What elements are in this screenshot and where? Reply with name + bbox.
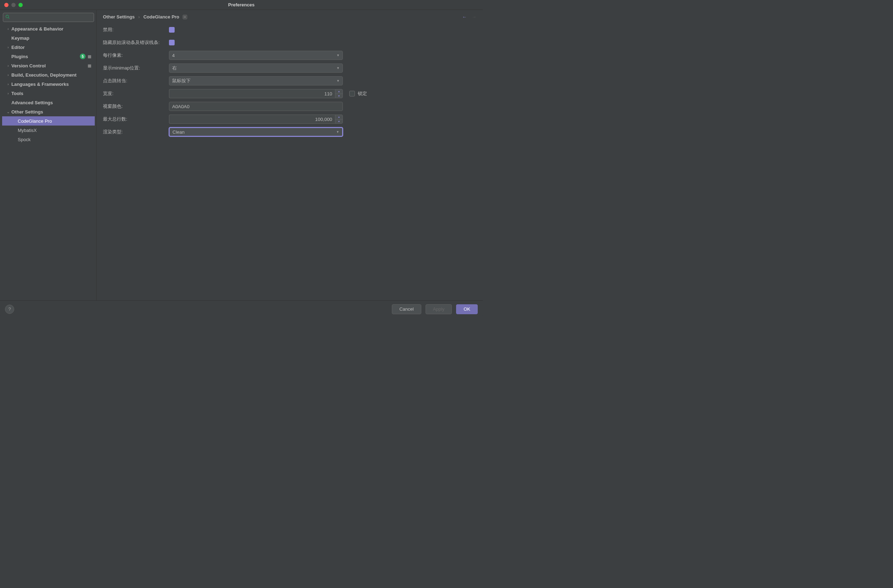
nav-arrows: ← →: [462, 14, 476, 20]
sidebar-item-appearance[interactable]: ›Appearance & Behavior: [2, 24, 95, 33]
sidebar-item-editor[interactable]: ›Editor: [2, 42, 95, 52]
pixels-per-line-label: 每行像素:: [103, 52, 169, 58]
minimap-position-label: 显示minimap位置:: [103, 65, 169, 71]
render-type-label: 渲染类型:: [103, 129, 169, 135]
width-step-up[interactable]: ▲: [335, 89, 343, 94]
lock-checkbox[interactable]: [349, 91, 355, 96]
max-lines-label: 最大总行数:: [103, 116, 169, 122]
window-controls: [0, 3, 23, 7]
titlebar: Preferences: [0, 0, 483, 10]
minimap-position-select[interactable]: 右 ▼: [169, 63, 343, 73]
breadcrumb-current: CodeGlance Pro: [143, 14, 179, 20]
sidebar-item-advanced[interactable]: Advanced Settings: [2, 98, 95, 107]
sidebar-item-tools[interactable]: ›Tools: [2, 88, 95, 98]
chevron-down-icon: ▼: [337, 66, 340, 70]
row-pixels-per-line: 每行像素: 4 ▼: [103, 51, 476, 60]
row-disable: 禁用:: [103, 25, 476, 34]
row-viewport-color: 视窗颜色:: [103, 102, 476, 111]
sidebar-item-codeglance-pro[interactable]: CodeGlance Pro: [2, 116, 95, 126]
disable-checkbox[interactable]: [169, 27, 174, 33]
row-hide-scrollbar: 隐藏原始滚动条及错误线条:: [103, 38, 476, 47]
chevron-down-icon: ▼: [336, 130, 339, 134]
cancel-button[interactable]: Cancel: [392, 304, 421, 314]
chevron-right-icon: ›: [6, 73, 11, 77]
settings-tree: ›Appearance & Behavior Keymap ›Editor Pl…: [2, 24, 95, 297]
chevron-down-icon: ▼: [337, 54, 340, 57]
plugin-update-badge: 5: [80, 54, 86, 59]
max-lines-input[interactable]: [169, 114, 335, 124]
disable-label: 禁用:: [103, 27, 169, 33]
window-title: Preferences: [0, 2, 483, 8]
chevron-right-icon: ›: [6, 45, 11, 49]
search-input[interactable]: [11, 15, 92, 20]
sidebar-item-version-control[interactable]: ›Version Control▦: [2, 61, 95, 70]
lock-label: 锁定: [358, 90, 367, 97]
click-jump-label: 点击跳转当:: [103, 78, 169, 84]
width-input[interactable]: [169, 89, 335, 98]
svg-point-0: [6, 15, 9, 18]
help-button[interactable]: ?: [5, 304, 14, 314]
render-type-select[interactable]: Clean ▼: [169, 128, 343, 136]
chevron-right-icon: ›: [6, 27, 11, 31]
width-steppers: ▲ ▼: [335, 89, 343, 98]
row-max-lines: 最大总行数: ▲ ▼: [103, 114, 476, 124]
max-lines-step-down[interactable]: ▼: [335, 120, 343, 124]
maximize-window-button[interactable]: [18, 3, 23, 7]
chevron-down-icon: ⌄: [6, 110, 11, 114]
gear-icon: ▦: [87, 63, 92, 68]
row-width: 宽度: ▲ ▼ 锁定: [103, 89, 476, 98]
main-panel: Other Settings › CodeGlance Pro ▤ ← → 禁用…: [96, 10, 483, 300]
sidebar-item-languages[interactable]: ›Languages & Frameworks: [2, 80, 95, 88]
sidebar-item-spock[interactable]: Spock: [2, 135, 95, 144]
apply-button: Apply: [425, 304, 452, 314]
row-click-jump: 点击跳转当: 鼠标按下 ▼: [103, 76, 476, 86]
hide-scrollbar-checkbox[interactable]: [169, 40, 174, 45]
search-icon: [5, 15, 10, 20]
row-render-type: 渲染类型: Clean ▼: [103, 128, 476, 136]
close-window-button[interactable]: [4, 3, 9, 7]
sidebar-item-other-settings[interactable]: ⌄Other Settings: [2, 107, 95, 116]
help-icon: ?: [8, 306, 11, 312]
click-jump-select[interactable]: 鼠标按下 ▼: [169, 76, 343, 86]
width-label: 宽度:: [103, 90, 169, 97]
sidebar-item-keymap[interactable]: Keymap: [2, 33, 95, 42]
row-minimap-position: 显示minimap位置: 右 ▼: [103, 63, 476, 73]
breadcrumb-parent[interactable]: Other Settings: [103, 14, 135, 20]
chevron-down-icon: ▼: [337, 79, 340, 82]
sidebar-item-plugins[interactable]: Plugins5▦: [2, 52, 95, 61]
max-lines-step-up[interactable]: ▲: [335, 115, 343, 120]
max-lines-steppers: ▲ ▼: [335, 114, 343, 124]
breadcrumb: Other Settings › CodeGlance Pro ▤ ← →: [103, 14, 476, 20]
preferences-window: Preferences ›Appearance & Behavior Keyma…: [0, 0, 483, 317]
project-scope-icon: ▤: [183, 15, 187, 19]
minimize-window-button[interactable]: [11, 3, 16, 7]
body: ›Appearance & Behavior Keymap ›Editor Pl…: [0, 10, 483, 300]
viewport-color-label: 视窗颜色:: [103, 103, 169, 110]
sidebar-item-build[interactable]: ›Build, Execution, Deployment: [2, 70, 95, 80]
ok-button[interactable]: OK: [456, 304, 478, 314]
chevron-right-icon: ›: [6, 82, 11, 86]
chevron-right-icon: ›: [6, 92, 11, 95]
back-arrow-icon[interactable]: ←: [462, 14, 467, 20]
breadcrumb-separator: ›: [138, 14, 140, 20]
max-lines-spinner: ▲ ▼: [169, 114, 343, 124]
search-box[interactable]: [3, 13, 94, 22]
chevron-right-icon: ›: [6, 64, 11, 68]
footer: ? Cancel Apply OK: [0, 300, 483, 317]
settings-form: 禁用: 隐藏原始滚动条及错误线条: 每行像素: 4 ▼: [103, 25, 476, 136]
forward-arrow-icon: →: [472, 14, 476, 20]
viewport-color-input[interactable]: [169, 102, 343, 111]
width-spinner: ▲ ▼: [169, 89, 343, 98]
hide-scrollbar-label: 隐藏原始滚动条及错误线条:: [103, 39, 169, 46]
lock-box: 锁定: [349, 90, 367, 97]
sidebar: ›Appearance & Behavior Keymap ›Editor Pl…: [0, 10, 96, 300]
sidebar-item-mybatisx[interactable]: MybatisX: [2, 126, 95, 135]
pixels-per-line-select[interactable]: 4 ▼: [169, 51, 343, 60]
gear-icon: ▦: [87, 54, 92, 59]
svg-line-1: [8, 17, 9, 18]
width-step-down[interactable]: ▼: [335, 94, 343, 98]
